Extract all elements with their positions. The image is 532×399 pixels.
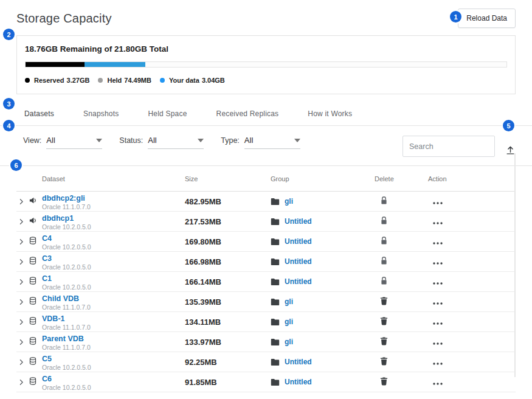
- row-expand-button[interactable]: [18, 358, 26, 366]
- trash-icon: [380, 336, 388, 348]
- group-link[interactable]: Untitled: [285, 378, 312, 386]
- folder-icon: [271, 318, 280, 326]
- tab-datasets[interactable]: Datasets: [24, 104, 54, 125]
- row-expand-button[interactable]: [18, 278, 26, 286]
- row-actions-button[interactable]: [432, 200, 444, 207]
- delete-button[interactable]: [380, 356, 388, 368]
- row-actions-button[interactable]: [432, 380, 444, 387]
- dataset-size: 482.95MB: [185, 197, 271, 206]
- status-filter-value: All: [148, 136, 156, 145]
- dataset-size: 134.11MB: [185, 317, 271, 327]
- table-row: dbdhcp1 Oracle 10.2.0.5.0 217.53MB Untit…: [16, 212, 516, 232]
- group-link[interactable]: gli: [285, 317, 293, 326]
- dataset-version: Oracle 10.2.0.5.0: [42, 364, 185, 372]
- table-row: VDB-1 Oracle 11.1.0.7.0 134.11MB gli: [16, 312, 516, 332]
- table-row: C4 Oracle 10.2.0.5.0 169.80MB Untitled: [16, 232, 516, 252]
- dataset-link[interactable]: C1: [42, 274, 52, 283]
- group-link[interactable]: Untitled: [285, 237, 312, 246]
- tab-held-space[interactable]: Held Space: [148, 104, 187, 125]
- row-actions-button[interactable]: [432, 280, 444, 287]
- search-input[interactable]: [409, 142, 488, 151]
- dataset-version: Oracle 11.1.0.7.0: [42, 344, 185, 352]
- capacity-bar: [25, 61, 507, 68]
- row-expand-button[interactable]: [18, 238, 26, 246]
- capacity-bar-segment-reserved: [26, 62, 85, 67]
- column-header-delete: Delete: [375, 175, 428, 182]
- status-filter-label: Status:: [119, 136, 143, 149]
- dataset-link[interactable]: dbdhcp2:gli: [42, 194, 85, 203]
- delete-button[interactable]: [380, 256, 388, 268]
- delete-button[interactable]: [380, 216, 388, 227]
- callout-badge-1: 1: [450, 11, 461, 23]
- capacity-card: 18.76GB Remaining of 21.80GB Total Reser…: [16, 35, 516, 94]
- row-actions-button[interactable]: [432, 220, 444, 227]
- row-expand-button[interactable]: [18, 318, 26, 326]
- tab-how-it-works[interactable]: How it Works: [308, 104, 352, 125]
- dsource-icon: [29, 196, 38, 207]
- row-expand-button[interactable]: [18, 258, 26, 266]
- column-header-dataset: Dataset: [42, 175, 185, 182]
- delete-button[interactable]: [380, 336, 388, 348]
- dataset-version: Oracle 11.1.0.7.0: [42, 304, 185, 311]
- view-filter-value: All: [46, 136, 55, 145]
- dataset-link[interactable]: VDB-1: [42, 314, 65, 323]
- dataset-size: 133.97MB: [185, 338, 271, 347]
- dataset-link[interactable]: C6: [42, 375, 52, 383]
- view-filter-select[interactable]: All: [46, 136, 102, 149]
- status-filter-select[interactable]: All: [148, 136, 204, 149]
- row-actions-button[interactable]: [432, 340, 444, 347]
- delete-button[interactable]: [380, 236, 388, 248]
- dataset-link[interactable]: C3: [42, 254, 52, 263]
- dataset-link[interactable]: dbdhcp1: [42, 214, 74, 223]
- table-body: dbdhcp2:gli Oracle 11.1.0.7.0 482.95MB g…: [16, 192, 516, 392]
- table-scrollbar[interactable]: [514, 153, 516, 377]
- group-link[interactable]: Untitled: [285, 277, 312, 286]
- group-link[interactable]: Untitled: [285, 257, 312, 266]
- dataset-link[interactable]: C5: [42, 355, 52, 363]
- delete-button[interactable]: [380, 276, 388, 288]
- dataset-link[interactable]: C4: [42, 234, 52, 243]
- row-actions-button[interactable]: [432, 320, 444, 327]
- folder-icon: [271, 358, 280, 366]
- chevron-down-icon: [294, 139, 300, 142]
- delete-button[interactable]: [380, 296, 388, 308]
- lock-icon: [380, 196, 388, 207]
- tabs: Datasets Snapshots Held Space Received R…: [0, 104, 532, 126]
- group-link[interactable]: gli: [285, 197, 293, 206]
- page-title: Storage Capacity: [16, 12, 112, 26]
- lock-icon: [380, 276, 388, 288]
- tab-received-replicas[interactable]: Received Replicas: [216, 104, 279, 125]
- row-actions-button[interactable]: [432, 260, 444, 267]
- dataset-version: Oracle 11.1.0.7.0: [42, 204, 185, 211]
- row-expand-button[interactable]: [18, 298, 26, 306]
- dataset-version: Oracle 10.2.0.5.0: [42, 224, 185, 231]
- row-actions-button[interactable]: [432, 240, 444, 247]
- dataset-link[interactable]: Child VDB: [42, 294, 79, 303]
- tab-snapshots[interactable]: Snapshots: [83, 104, 119, 125]
- row-expand-button[interactable]: [18, 378, 26, 386]
- row-expand-button[interactable]: [18, 218, 26, 226]
- group-link[interactable]: Untitled: [285, 358, 312, 366]
- table-row: C1 Oracle 10.2.0.5.0 166.14MB Untitled: [16, 272, 516, 292]
- dataset-link[interactable]: Parent VDB: [42, 335, 84, 343]
- table-row: dbdhcp2:gli Oracle 11.1.0.7.0 482.95MB g…: [16, 192, 516, 212]
- delete-button[interactable]: [380, 196, 388, 207]
- chevron-down-icon: [96, 139, 102, 142]
- group-link[interactable]: gli: [285, 297, 293, 306]
- legend-dot: [25, 78, 30, 83]
- delete-button[interactable]: [380, 376, 388, 388]
- row-actions-button[interactable]: [432, 300, 444, 307]
- table-row: C5 Oracle 10.2.0.5.0 92.25MB Untitled: [16, 352, 516, 372]
- folder-icon: [271, 218, 280, 226]
- group-link[interactable]: gli: [285, 338, 293, 346]
- legend-dot: [98, 78, 103, 83]
- reload-data-button[interactable]: Reload Data: [458, 9, 516, 28]
- row-expand-button[interactable]: [18, 198, 26, 206]
- chevron-down-icon: [198, 139, 204, 142]
- group-link[interactable]: Untitled: [285, 217, 312, 226]
- delete-button[interactable]: [380, 316, 388, 328]
- row-expand-button[interactable]: [18, 338, 26, 346]
- row-actions-button[interactable]: [432, 360, 444, 367]
- type-filter-select[interactable]: All: [244, 136, 300, 149]
- dataset-size: 217.53MB: [185, 217, 271, 226]
